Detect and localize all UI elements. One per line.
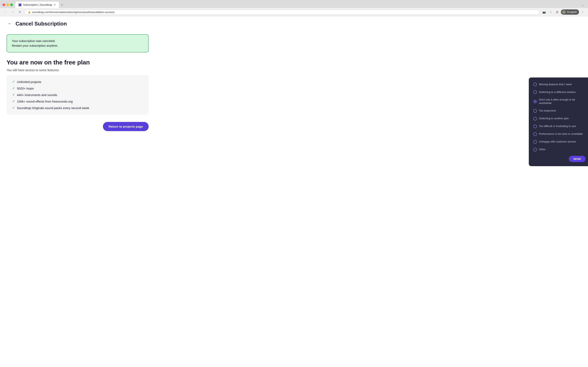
incognito-icon: 🕵 — [562, 10, 566, 14]
new-tab-btn[interactable]: + — [59, 2, 65, 8]
radio-not-often-enough[interactable] — [533, 100, 537, 103]
survey-label-switching-solution: Switching to a different solution — [539, 91, 576, 94]
feature-label: 5020+ loops — [17, 87, 34, 90]
tab-favicon — [18, 3, 21, 6]
survey-option-performance[interactable]: Performance is too slow or unreliable — [531, 131, 586, 138]
tab-close-btn[interactable]: ✕ — [54, 3, 56, 6]
check-icon: ✓ — [12, 93, 15, 97]
survey-panel: Missing features that I need Switching t… — [529, 77, 588, 166]
radio-other[interactable] — [533, 148, 537, 151]
radio-too-expensive[interactable] — [533, 109, 537, 113]
survey-label-not-often-enough: Don't use it often enough to be worthwhi… — [539, 98, 584, 105]
incognito-label: Incognito — [567, 11, 577, 13]
browser-chrome: Subscription | Soundtrap ✕ + ⌄ ← → ↻ 🔒 s… — [0, 0, 588, 16]
survey-option-missing-features[interactable]: Missing features that I need — [531, 81, 586, 88]
feature-item: ✓ 5020+ loops — [12, 86, 143, 90]
survey-option-not-often-enough[interactable]: Don't use it often enough to be worthwhi… — [531, 96, 586, 107]
page-header: ← Cancel Subscription — [0, 16, 588, 31]
survey-option-too-expensive[interactable]: Too expensive — [531, 107, 586, 115]
lock-icon: 🔒 — [28, 11, 31, 13]
window-close-btn[interactable] — [2, 3, 5, 6]
survey-label-other: Other — [539, 148, 546, 151]
camera-off-icon: 📷 — [541, 9, 547, 15]
feature-label: Unlimited projects — [17, 80, 41, 83]
feature-item: ✓ 150k+ sound effects from freesounds.or… — [12, 100, 143, 103]
survey-label-customer-service: Unhappy with customer service — [539, 140, 576, 143]
tabs-menu-btn[interactable]: ⌄ — [581, 3, 586, 7]
reload-btn[interactable]: ↻ — [17, 9, 23, 15]
success-banner: Your subscription was canceled. Restart … — [7, 34, 149, 52]
split-view-icon[interactable]: ⊞ — [554, 9, 560, 15]
tab-label: Subscription | Soundtrap — [23, 3, 52, 6]
feature-item: ✓ Soundtrap Originals sound packs every … — [12, 106, 143, 110]
check-icon: ✓ — [12, 100, 15, 103]
forward-nav-btn[interactable]: → — [10, 9, 16, 15]
feature-label: 150k+ sound effects from freesounds.org — [17, 100, 73, 103]
window-maximize-btn[interactable] — [10, 3, 13, 6]
survey-option-switching-plan[interactable]: Switching to another plan — [531, 115, 586, 122]
survey-label-missing-features: Missing features that I need — [539, 83, 572, 86]
check-icon: ✓ — [12, 106, 15, 110]
free-plan-title: You are now on the free plan — [7, 59, 149, 66]
window-minimize-btn[interactable] — [6, 3, 9, 6]
survey-option-other[interactable]: Other — [531, 146, 586, 153]
address-bar-actions: 📷 ☆ ⊞ 🕵 Incognito ⋮ — [541, 9, 586, 15]
page-title: Cancel Subscription — [16, 21, 67, 27]
survey-label-too-expensive: Too expensive — [539, 109, 556, 113]
back-nav-btn[interactable]: ← — [2, 9, 8, 15]
features-box: ✓ Unlimited projects ✓ 5020+ loops ✓ 440… — [7, 75, 149, 115]
url-text: soundtrap.com/home/creator/subscription/… — [32, 11, 114, 14]
survey-label-performance: Performance is too slow or unreliable — [539, 132, 583, 136]
free-plan-subtitle: You still have access to some features: — [7, 68, 149, 72]
feature-item: ✓ Unlimited projects — [12, 80, 143, 83]
return-to-projects-button[interactable]: Return to projects page — [103, 122, 149, 131]
radio-missing-features[interactable] — [533, 83, 537, 86]
radio-switching-plan[interactable] — [533, 117, 537, 120]
radio-switching-solution[interactable] — [533, 90, 537, 94]
main-content: Your subscription was canceled. Restart … — [0, 31, 155, 128]
survey-option-too-difficult[interactable]: Too difficult or frustrating to use — [531, 123, 586, 130]
address-bar: ← → ↻ 🔒 soundtrap.com/home/creator/subsc… — [0, 8, 588, 16]
survey-send-button[interactable]: SEND — [569, 156, 586, 162]
feature-label: 440+ instruments and sounds — [17, 93, 57, 97]
window-controls — [2, 3, 13, 6]
radio-customer-service[interactable] — [533, 140, 537, 144]
survey-label-too-difficult: Too difficult or frustrating to use — [539, 125, 576, 128]
incognito-badge: 🕵 Incognito — [561, 9, 579, 15]
success-line2: Restart your subscription anytime. — [12, 43, 143, 48]
back-button[interactable]: ← — [7, 20, 13, 27]
feature-label: Soundtrap Originals sound packs every se… — [17, 106, 89, 110]
survey-option-switching-solution[interactable]: Switching to a different solution — [531, 89, 586, 96]
url-bar[interactable]: 🔒 soundtrap.com/home/creator/subscriptio… — [25, 9, 540, 15]
bookmark-icon[interactable]: ☆ — [548, 9, 553, 15]
active-tab[interactable]: Subscription | Soundtrap ✕ — [15, 2, 59, 8]
radio-performance[interactable] — [533, 132, 537, 136]
radio-too-difficult[interactable] — [533, 125, 537, 128]
survey-option-customer-service[interactable]: Unhappy with customer service — [531, 138, 586, 146]
more-options-btn[interactable]: ⋮ — [580, 9, 586, 15]
tab-bar: Subscription | Soundtrap ✕ + ⌄ — [0, 0, 588, 8]
survey-label-switching-plan: Switching to another plan — [539, 117, 569, 120]
feature-item: ✓ 440+ instruments and sounds — [12, 93, 143, 97]
check-icon: ✓ — [12, 80, 15, 83]
check-icon: ✓ — [12, 86, 15, 90]
success-line1: Your subscription was canceled. — [12, 39, 143, 43]
